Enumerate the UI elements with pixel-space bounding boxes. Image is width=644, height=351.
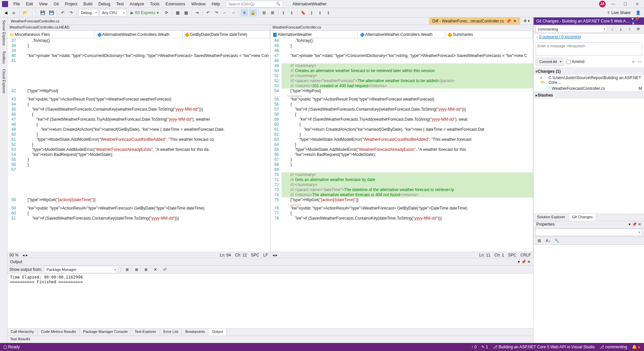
- changes-header[interactable]: ▿ Changes (1): [534, 68, 644, 75]
- alphabetical-icon[interactable]: A↓: [544, 237, 552, 244]
- feedback-icon[interactable]: 👤: [634, 9, 642, 16]
- bottom-tab-package-manager-console[interactable]: Package Manager Console: [80, 329, 132, 336]
- tool-icon[interactable]: ⫿: [316, 9, 324, 16]
- lock-icon[interactable]: 🔒: [249, 9, 257, 16]
- nav-member[interactable]: 🔶GetByDate(DateTime dateTime): [183, 31, 270, 38]
- fetch-icon[interactable]: ↓: [608, 25, 616, 33]
- menu-view[interactable]: View: [36, 1, 50, 7]
- menu-tools[interactable]: Tools: [147, 1, 162, 7]
- tool-icon[interactable]: ⫿: [325, 9, 332, 16]
- menu-analyze[interactable]: Analyze: [127, 1, 147, 7]
- tool-icon[interactable]: ⊞: [269, 9, 276, 16]
- changes-folder[interactable]: ▿ 📁 C:\Users\Justin\Source\Repos\Buildin…: [534, 75, 644, 85]
- platform-dropdown[interactable]: Any CPU: [100, 9, 127, 16]
- nav-icon[interactable]: ↶: [204, 9, 212, 16]
- menu-test[interactable]: Test: [114, 1, 127, 7]
- menu-extensions[interactable]: Extensions: [163, 1, 188, 7]
- nav-fwd-icon[interactable]: ▶: [10, 9, 18, 16]
- bottom-tab-error-list[interactable]: Error List: [160, 329, 182, 336]
- bookmark-icon[interactable]: 🔖: [299, 9, 307, 16]
- stashes-header[interactable]: ▸ Stashes: [534, 92, 644, 99]
- nav-icon[interactable]: ←: [221, 9, 229, 16]
- bottom-tab-test-explorer[interactable]: Test Explorer: [131, 329, 160, 336]
- nav-class[interactable]: 🔷AlternativeWeather.Controllers.Weath: [95, 31, 183, 38]
- sidebar-tab-cloud-explorer[interactable]: Cloud Explorer: [0, 66, 7, 96]
- save-icon[interactable]: 💾: [39, 9, 47, 16]
- menu-edit[interactable]: Edit: [23, 1, 36, 7]
- tool-icon[interactable]: ⫿: [288, 9, 296, 16]
- doc-tab-diff[interactable]: Diff - WeatherForec...recastController.c…: [429, 17, 520, 24]
- props-tool-icon[interactable]: 🔧: [553, 237, 561, 244]
- compare-mode-icon[interactable]: ≡: [241, 9, 248, 16]
- bottom-tab-output[interactable]: Output: [208, 329, 227, 336]
- rp-tab-git-changes[interactable]: Git Changes: [569, 214, 596, 221]
- minimize-button[interactable]: —: [608, 1, 618, 7]
- search-input[interactable]: [228, 2, 276, 6]
- tab-options-icon[interactable]: ⚙ ▾: [520, 17, 533, 24]
- close-button[interactable]: ✕: [633, 1, 642, 7]
- doc-tab-left[interactable]: WeatherForecastController.cs: [7, 17, 63, 24]
- output-source-dropdown[interactable]: Package Manager: [44, 266, 118, 273]
- panel-dropdown-icon[interactable]: ▾: [518, 259, 520, 264]
- nav-icon[interactable]: ↷: [213, 9, 220, 16]
- avatar[interactable]: JA: [599, 1, 606, 7]
- output-tool-icon[interactable]: ≣: [133, 266, 140, 273]
- commit-all-button[interactable]: Commit All: [536, 58, 563, 66]
- categorized-icon[interactable]: ⊞: [536, 237, 543, 244]
- branch-dropdown[interactable]: commenting: [536, 25, 607, 33]
- bottom-tab-code-metrics-results[interactable]: Code Metrics Results: [38, 329, 80, 336]
- changed-file[interactable]: 📄 WeatherForecastController.cs M: [534, 85, 644, 92]
- menu-project[interactable]: Project: [62, 1, 80, 7]
- test-results-tab[interactable]: Test Results: [7, 336, 533, 343]
- properties-object-dropdown[interactable]: [536, 229, 642, 236]
- open-file-icon[interactable]: 📄: [30, 9, 38, 16]
- nav-icon[interactable]: →: [230, 9, 237, 16]
- output-body[interactable]: Time Elapsed: 00:00:00.1162996 =========…: [7, 274, 533, 328]
- tool-icon[interactable]: ⫿: [280, 9, 287, 16]
- output-tool-icon[interactable]: ≣: [142, 266, 150, 273]
- menu-git[interactable]: Git: [51, 1, 61, 7]
- push-icon[interactable]: ↑: [626, 25, 633, 33]
- commit-message-input[interactable]: Enter a message <Required>: [536, 42, 642, 56]
- run-button[interactable]: ▶ IIS Express ▾: [128, 9, 162, 16]
- undo-icon[interactable]: ↶: [59, 9, 66, 16]
- output-wrap-icon[interactable]: ⏎: [161, 266, 168, 273]
- new-project-icon[interactable]: 📂: [21, 9, 29, 16]
- tool-icon[interactable]: ⫿: [308, 9, 315, 16]
- menu-help[interactable]: Help: [209, 1, 223, 7]
- redo-icon[interactable]: ↷: [67, 9, 75, 16]
- menu-build[interactable]: Build: [81, 1, 95, 7]
- tool-icon[interactable]: ▦: [182, 9, 190, 16]
- code-editor-left[interactable]: 3738394041424344454647484950515253545556…: [7, 38, 270, 252]
- status-outgoing[interactable]: ↑ 0: [471, 345, 477, 349]
- tool-icon[interactable]: ▦: [174, 9, 181, 16]
- solution-name[interactable]: AlternativeWeather: [290, 1, 329, 7]
- menu-debug[interactable]: Debug: [96, 1, 113, 7]
- bottom-tab-call-hierarchy[interactable]: Call Hierarchy: [7, 329, 38, 336]
- nav-back-icon[interactable]: ◀: [2, 9, 9, 16]
- menu-file[interactable]: File: [11, 1, 22, 7]
- nav-class[interactable]: 🔷AlternativeWeather.Controllers.Weath: [358, 31, 445, 38]
- output-clear-icon[interactable]: ✕: [152, 266, 159, 273]
- save-all-icon[interactable]: 💾: [48, 9, 55, 16]
- sidebar-tab-toolbox[interactable]: Toolbox: [0, 48, 7, 66]
- tool-icon[interactable]: ⊞: [260, 9, 268, 16]
- output-tool-icon[interactable]: ≣: [123, 266, 131, 273]
- refresh-icon[interactable]: ⟳: [163, 9, 170, 16]
- menu-window[interactable]: Window: [189, 1, 208, 7]
- more-icon[interactable]: ⋯: [638, 59, 642, 64]
- panel-pin-icon[interactable]: 📌: [521, 259, 526, 264]
- live-share-button[interactable]: ⇪ Live Share: [604, 10, 633, 15]
- nav-member[interactable]: 🔶Summaries: [445, 31, 533, 38]
- config-dropdown[interactable]: Debug: [79, 9, 99, 16]
- maximize-button[interactable]: ☐: [621, 1, 630, 7]
- bottom-tab-breakpoints[interactable]: Breakpoints: [182, 329, 208, 336]
- search-box[interactable]: 🔍: [226, 1, 283, 7]
- amend-checkbox[interactable]: Amend: [566, 59, 585, 64]
- close-tab-icon[interactable]: ✕: [513, 19, 516, 23]
- pull-icon[interactable]: ⇣: [617, 25, 625, 33]
- status-branch[interactable]: ⎇ commenting: [599, 345, 627, 349]
- rp-tab-solution-explorer[interactable]: Solution Explorer: [534, 214, 569, 221]
- pin-icon[interactable]: 📌: [506, 19, 511, 23]
- status-repo[interactable]: ⎇ Building an ASP.NET Core 5 Web API in …: [493, 345, 595, 349]
